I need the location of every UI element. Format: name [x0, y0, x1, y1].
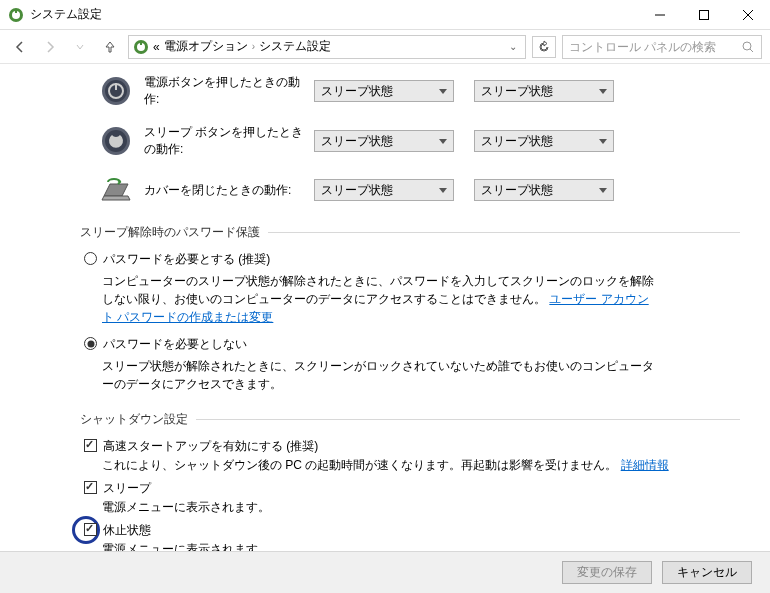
power-button-battery-dropdown[interactable]: スリープ状態 — [314, 80, 454, 102]
sleep-button-battery-dropdown[interactable]: スリープ状態 — [314, 130, 454, 152]
no-password-desc: スリープ状態が解除されたときに、スクリーンがロックされていないため誰でもお使いの… — [102, 357, 740, 393]
fast-startup-more-info-link[interactable]: 詳細情報 — [621, 458, 669, 472]
window-controls — [638, 0, 770, 30]
laptop-lid-icon — [100, 174, 132, 206]
power-options-icon — [133, 39, 149, 55]
fast-startup-checkbox[interactable] — [84, 439, 97, 452]
sleep-checkbox[interactable] — [84, 481, 97, 494]
fast-startup-desc: これにより、シャットダウン後の PC の起動時間が速くなります。再起動は影響を受… — [102, 457, 740, 474]
breadcrumb-sep: › — [252, 41, 255, 52]
shutdown-section-title: シャットダウン設定 — [80, 411, 740, 428]
power-button-label: 電源ボタンを押したときの動作: — [144, 74, 314, 108]
svg-point-10 — [743, 42, 751, 50]
lid-close-row: カバーを閉じたときの動作: スリープ状態 スリープ状態 — [100, 174, 740, 206]
content-area: 電源ボタンを押したときの動作: スリープ状態 スリープ状態 スリープ ボタンを押… — [0, 64, 770, 593]
hibernate-label: 休止状態 — [103, 522, 151, 539]
titlebar: システム設定 — [0, 0, 770, 30]
svg-line-11 — [750, 49, 753, 52]
search-box[interactable] — [562, 35, 762, 59]
svg-rect-2 — [15, 9, 17, 13]
sleep-button-label: スリープ ボタンを押したときの動作: — [144, 124, 314, 158]
hibernate-checkbox[interactable] — [84, 523, 97, 536]
breadcrumb[interactable]: « 電源オプション › システム設定 ⌄ — [128, 35, 526, 59]
close-button[interactable] — [726, 0, 770, 30]
password-protection-section: スリープ解除時のパスワード保護 パスワードを必要とする (推奨) コンピューター… — [80, 224, 740, 393]
window-title: システム設定 — [30, 6, 638, 23]
breadcrumb-back[interactable]: « — [153, 40, 160, 54]
sleep-desc: 電源メニューに表示されます。 — [102, 499, 740, 516]
power-button-plugged-dropdown[interactable]: スリープ状態 — [474, 80, 614, 102]
power-button-icon — [100, 75, 132, 107]
no-password-option[interactable]: パスワードを必要としない — [84, 336, 740, 353]
require-password-option[interactable]: パスワードを必要とする (推奨) — [84, 251, 740, 268]
fast-startup-label: 高速スタートアップを有効にする (推奨) — [103, 438, 318, 455]
search-icon — [741, 40, 755, 54]
forward-button[interactable] — [38, 35, 62, 59]
minimize-button[interactable] — [638, 0, 682, 30]
app-icon — [8, 7, 24, 23]
refresh-button[interactable] — [532, 36, 556, 58]
fast-startup-option[interactable]: 高速スタートアップを有効にする (推奨) — [84, 438, 740, 455]
sleep-option[interactable]: スリープ — [84, 480, 740, 497]
save-button[interactable]: 変更の保存 — [562, 561, 652, 584]
back-button[interactable] — [8, 35, 32, 59]
breadcrumb-item-2[interactable]: システム設定 — [259, 38, 331, 55]
hibernate-option[interactable]: 休止状態 — [84, 522, 740, 539]
up-button[interactable] — [98, 35, 122, 59]
sleep-button-icon — [100, 125, 132, 157]
require-password-label: パスワードを必要とする (推奨) — [103, 251, 270, 268]
no-password-radio[interactable] — [84, 337, 97, 350]
cancel-button[interactable]: キャンセル — [662, 561, 752, 584]
breadcrumb-dropdown-icon[interactable]: ⌄ — [505, 41, 521, 52]
sleep-button-row: スリープ ボタンを押したときの動作: スリープ状態 スリープ状態 — [100, 124, 740, 158]
search-input[interactable] — [569, 40, 741, 54]
svg-rect-15 — [115, 83, 117, 90]
sleep-button-plugged-dropdown[interactable]: スリープ状態 — [474, 130, 614, 152]
password-section-title: スリープ解除時のパスワード保護 — [80, 224, 740, 241]
svg-rect-4 — [700, 10, 709, 19]
bottom-bar: 変更の保存 キャンセル — [0, 551, 770, 593]
maximize-button[interactable] — [682, 0, 726, 30]
sleep-label: スリープ — [103, 480, 151, 497]
require-password-desc: コンピューターのスリープ状態が解除されたときに、パスワードを入力してスクリーンの… — [102, 272, 740, 326]
power-button-row: 電源ボタンを押したときの動作: スリープ状態 スリープ状態 — [100, 74, 740, 108]
require-password-radio[interactable] — [84, 252, 97, 265]
breadcrumb-item-1[interactable]: 電源オプション — [164, 38, 248, 55]
lid-close-plugged-dropdown[interactable]: スリープ状態 — [474, 179, 614, 201]
no-password-label: パスワードを必要としない — [103, 336, 247, 353]
navbar: « 電源オプション › システム設定 ⌄ — [0, 30, 770, 64]
lid-close-label: カバーを閉じたときの動作: — [144, 182, 314, 199]
lid-close-battery-dropdown[interactable]: スリープ状態 — [314, 179, 454, 201]
recent-dropdown-icon[interactable] — [68, 35, 92, 59]
svg-rect-9 — [140, 41, 142, 45]
